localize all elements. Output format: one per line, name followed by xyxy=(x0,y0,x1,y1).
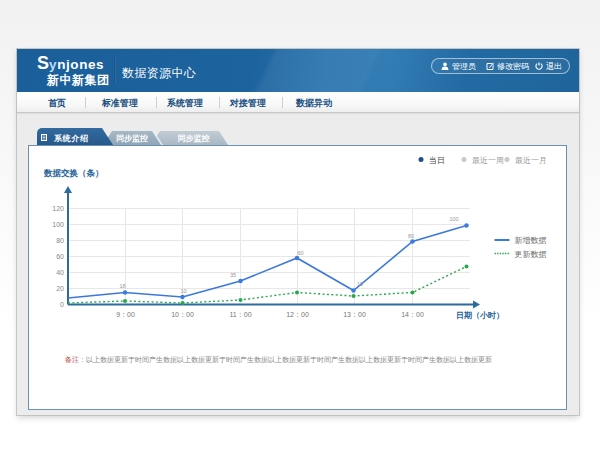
svg-text:最近一月: 最近一月 xyxy=(515,156,547,165)
svg-text:20: 20 xyxy=(56,285,64,292)
svg-text:10: 10 xyxy=(357,281,363,287)
svg-text:100: 100 xyxy=(52,221,64,228)
svg-text:10：00: 10：00 xyxy=(171,311,194,318)
svg-text:13：00: 13：00 xyxy=(343,311,366,318)
svg-text:更新数据: 更新数据 xyxy=(515,250,547,259)
svg-text:120: 120 xyxy=(52,205,64,212)
svg-text:当日: 当日 xyxy=(429,156,445,165)
svg-text:80: 80 xyxy=(408,233,414,239)
svg-text:60: 60 xyxy=(297,250,303,256)
svg-text:最近一周: 最近一周 xyxy=(472,156,504,165)
svg-text:10: 10 xyxy=(180,288,186,294)
svg-text:9：00: 9：00 xyxy=(116,311,135,318)
svg-text:100: 100 xyxy=(449,216,458,222)
svg-text:40: 40 xyxy=(56,269,64,276)
svg-text:11：00: 11：00 xyxy=(229,311,251,318)
svg-text:0: 0 xyxy=(60,301,64,308)
svg-text:日期（小时）: 日期（小时） xyxy=(456,311,504,320)
svg-text:18: 18 xyxy=(119,283,125,289)
svg-text:35: 35 xyxy=(230,272,236,278)
svg-text:80: 80 xyxy=(56,237,64,244)
svg-text:14：00: 14：00 xyxy=(401,311,424,318)
svg-text:60: 60 xyxy=(56,253,64,260)
svg-text:新增数据: 新增数据 xyxy=(515,236,547,245)
svg-text:12：00: 12：00 xyxy=(286,311,309,318)
